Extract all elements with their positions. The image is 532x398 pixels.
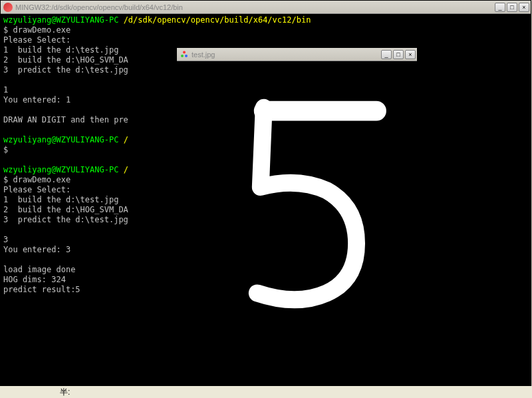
output-line: 3 predict the d:\test.jpg — [3, 65, 128, 75]
output-line: predict result:5 — [3, 285, 80, 294]
prompt-path: / — [124, 165, 128, 174]
output-line: 3 predict the d:\test.jpg — [3, 215, 128, 224]
output-line: You entered: 1 — [3, 95, 70, 104]
close-button[interactable]: × — [405, 50, 416, 59]
image-titlebar[interactable]: test.jpg _ □ × — [177, 48, 417, 61]
output-line: 2 build the d:\HOG_SVM_DA — [3, 55, 128, 65]
output-line: 1 build the d:\test.jpg — [3, 45, 118, 55]
prompt-user: wzyuliyang@WZYULIYANG-PC — [3, 165, 118, 174]
output-line: You entered: 3 — [3, 245, 70, 254]
minimize-button[interactable]: _ — [381, 50, 392, 59]
prompt-user: wzyuliyang@WZYULIYANG-PC — [3, 15, 118, 25]
minimize-button[interactable]: _ — [495, 3, 505, 12]
ime-status: 半: — [60, 387, 70, 397]
maximize-button[interactable]: □ — [393, 50, 404, 59]
prompt-user: wzyuliyang@WZYULIYANG-PC — [3, 135, 118, 144]
terminal-titlebar[interactable]: MINGW32:/d/sdk/opencv/opencv/build/x64/v… — [1, 1, 531, 14]
status-bar: 半: — [0, 386, 532, 398]
output-line: 1 — [3, 85, 8, 95]
svg-point-2 — [185, 55, 188, 57]
output-line: 3 — [3, 235, 8, 244]
output-line: Please Select: — [3, 35, 70, 45]
prompt-dollar: $ — [3, 145, 8, 154]
output-line: 1 build the d:\test.jpg — [3, 195, 118, 204]
svg-point-0 — [183, 51, 186, 53]
prompt-dollar: $ — [3, 25, 8, 35]
svg-point-1 — [181, 55, 184, 57]
close-button[interactable]: × — [519, 3, 529, 12]
window-controls: _ □ × — [495, 3, 529, 12]
output-line: load image done — [3, 265, 75, 274]
terminal-title: MINGW32:/d/sdk/opencv/opencv/build/x64/v… — [15, 3, 495, 11]
terminal-icon — [3, 3, 13, 12]
command-line: drawDemo.exe — [13, 25, 70, 35]
prompt-dollar: $ — [3, 175, 8, 184]
prompt-path: / — [124, 135, 128, 144]
output-line: Please Select: — [3, 185, 70, 194]
output-line: HOG dims: 324 — [3, 275, 66, 284]
maximize-button[interactable]: □ — [507, 3, 517, 12]
window-controls: _ □ × — [381, 50, 416, 59]
opencv-icon — [180, 50, 189, 59]
image-window: test.jpg _ □ × — [176, 47, 418, 347]
output-line: DRAW AN DIGIT and then pre — [3, 115, 128, 124]
image-canvas[interactable] — [177, 61, 417, 346]
prompt-path: /d/sdk/opencv/opencv/build/x64/vc12/bin — [124, 15, 311, 25]
digit-drawing — [177, 61, 417, 346]
command-line: drawDemo.exe — [13, 175, 70, 184]
output-line: 2 build the d:\HOG_SVM_DA — [3, 205, 128, 214]
image-title: test.jpg — [192, 51, 381, 59]
